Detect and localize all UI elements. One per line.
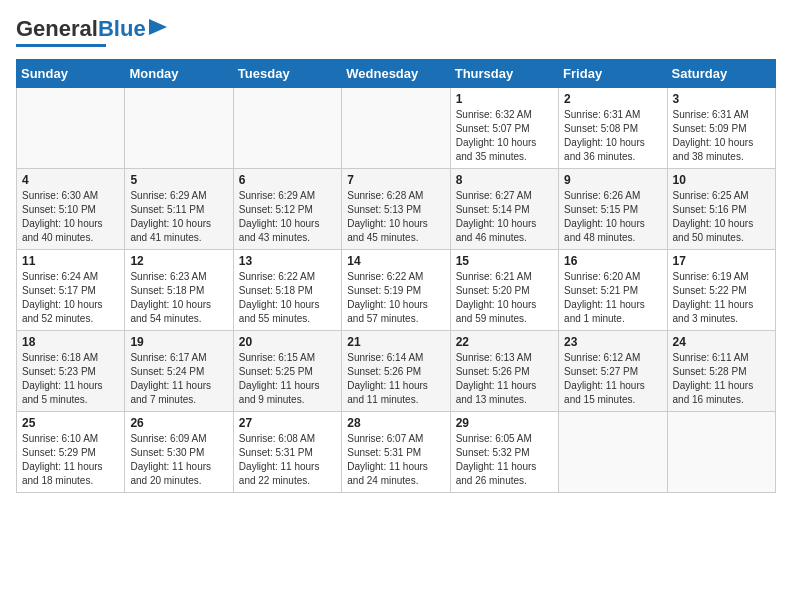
calendar-day-cell: 29Sunrise: 6:05 AM Sunset: 5:32 PM Dayli… bbox=[450, 412, 558, 493]
calendar-week-row: 4Sunrise: 6:30 AM Sunset: 5:10 PM Daylig… bbox=[17, 169, 776, 250]
calendar-day-cell: 21Sunrise: 6:14 AM Sunset: 5:26 PM Dayli… bbox=[342, 331, 450, 412]
day-number: 13 bbox=[239, 254, 336, 268]
calendar-day-cell: 8Sunrise: 6:27 AM Sunset: 5:14 PM Daylig… bbox=[450, 169, 558, 250]
day-info: Sunrise: 6:11 AM Sunset: 5:28 PM Dayligh… bbox=[673, 351, 770, 407]
day-number: 12 bbox=[130, 254, 227, 268]
day-info: Sunrise: 6:09 AM Sunset: 5:30 PM Dayligh… bbox=[130, 432, 227, 488]
day-number: 15 bbox=[456, 254, 553, 268]
calendar-day-cell: 2Sunrise: 6:31 AM Sunset: 5:08 PM Daylig… bbox=[559, 88, 667, 169]
calendar-day-cell: 16Sunrise: 6:20 AM Sunset: 5:21 PM Dayli… bbox=[559, 250, 667, 331]
day-number: 21 bbox=[347, 335, 444, 349]
day-number: 2 bbox=[564, 92, 661, 106]
day-number: 25 bbox=[22, 416, 119, 430]
calendar-day-cell: 11Sunrise: 6:24 AM Sunset: 5:17 PM Dayli… bbox=[17, 250, 125, 331]
day-number: 3 bbox=[673, 92, 770, 106]
day-info: Sunrise: 6:23 AM Sunset: 5:18 PM Dayligh… bbox=[130, 270, 227, 326]
day-number: 27 bbox=[239, 416, 336, 430]
day-number: 10 bbox=[673, 173, 770, 187]
day-info: Sunrise: 6:27 AM Sunset: 5:14 PM Dayligh… bbox=[456, 189, 553, 245]
logo-underline bbox=[16, 44, 106, 47]
day-number: 4 bbox=[22, 173, 119, 187]
logo: GeneralBlue bbox=[16, 16, 167, 47]
calendar-day-cell bbox=[17, 88, 125, 169]
day-info: Sunrise: 6:31 AM Sunset: 5:09 PM Dayligh… bbox=[673, 108, 770, 164]
calendar-day-cell: 6Sunrise: 6:29 AM Sunset: 5:12 PM Daylig… bbox=[233, 169, 341, 250]
day-number: 1 bbox=[456, 92, 553, 106]
calendar-header-cell: Tuesday bbox=[233, 60, 341, 88]
day-info: Sunrise: 6:30 AM Sunset: 5:10 PM Dayligh… bbox=[22, 189, 119, 245]
day-info: Sunrise: 6:19 AM Sunset: 5:22 PM Dayligh… bbox=[673, 270, 770, 326]
svg-marker-0 bbox=[149, 19, 167, 35]
calendar-day-cell bbox=[233, 88, 341, 169]
calendar-day-cell bbox=[125, 88, 233, 169]
calendar-day-cell bbox=[559, 412, 667, 493]
calendar-week-row: 1Sunrise: 6:32 AM Sunset: 5:07 PM Daylig… bbox=[17, 88, 776, 169]
day-info: Sunrise: 6:25 AM Sunset: 5:16 PM Dayligh… bbox=[673, 189, 770, 245]
calendar-day-cell: 19Sunrise: 6:17 AM Sunset: 5:24 PM Dayli… bbox=[125, 331, 233, 412]
calendar-day-cell: 17Sunrise: 6:19 AM Sunset: 5:22 PM Dayli… bbox=[667, 250, 775, 331]
day-number: 24 bbox=[673, 335, 770, 349]
calendar-day-cell: 15Sunrise: 6:21 AM Sunset: 5:20 PM Dayli… bbox=[450, 250, 558, 331]
day-number: 22 bbox=[456, 335, 553, 349]
calendar-day-cell: 1Sunrise: 6:32 AM Sunset: 5:07 PM Daylig… bbox=[450, 88, 558, 169]
calendar-day-cell bbox=[342, 88, 450, 169]
day-number: 16 bbox=[564, 254, 661, 268]
day-info: Sunrise: 6:13 AM Sunset: 5:26 PM Dayligh… bbox=[456, 351, 553, 407]
calendar-week-row: 11Sunrise: 6:24 AM Sunset: 5:17 PM Dayli… bbox=[17, 250, 776, 331]
day-info: Sunrise: 6:17 AM Sunset: 5:24 PM Dayligh… bbox=[130, 351, 227, 407]
day-number: 26 bbox=[130, 416, 227, 430]
day-info: Sunrise: 6:12 AM Sunset: 5:27 PM Dayligh… bbox=[564, 351, 661, 407]
calendar-table: SundayMondayTuesdayWednesdayThursdayFrid… bbox=[16, 59, 776, 493]
day-info: Sunrise: 6:29 AM Sunset: 5:11 PM Dayligh… bbox=[130, 189, 227, 245]
day-info: Sunrise: 6:14 AM Sunset: 5:26 PM Dayligh… bbox=[347, 351, 444, 407]
day-number: 29 bbox=[456, 416, 553, 430]
calendar-day-cell: 3Sunrise: 6:31 AM Sunset: 5:09 PM Daylig… bbox=[667, 88, 775, 169]
day-number: 5 bbox=[130, 173, 227, 187]
day-number: 23 bbox=[564, 335, 661, 349]
calendar-day-cell: 14Sunrise: 6:22 AM Sunset: 5:19 PM Dayli… bbox=[342, 250, 450, 331]
day-number: 17 bbox=[673, 254, 770, 268]
page-header: GeneralBlue bbox=[16, 16, 776, 47]
day-number: 19 bbox=[130, 335, 227, 349]
day-number: 11 bbox=[22, 254, 119, 268]
calendar-day-cell: 7Sunrise: 6:28 AM Sunset: 5:13 PM Daylig… bbox=[342, 169, 450, 250]
day-info: Sunrise: 6:21 AM Sunset: 5:20 PM Dayligh… bbox=[456, 270, 553, 326]
day-info: Sunrise: 6:05 AM Sunset: 5:32 PM Dayligh… bbox=[456, 432, 553, 488]
calendar-header-cell: Sunday bbox=[17, 60, 125, 88]
day-info: Sunrise: 6:22 AM Sunset: 5:19 PM Dayligh… bbox=[347, 270, 444, 326]
calendar-day-cell: 20Sunrise: 6:15 AM Sunset: 5:25 PM Dayli… bbox=[233, 331, 341, 412]
calendar-day-cell: 28Sunrise: 6:07 AM Sunset: 5:31 PM Dayli… bbox=[342, 412, 450, 493]
calendar-header-cell: Thursday bbox=[450, 60, 558, 88]
calendar-body: 1Sunrise: 6:32 AM Sunset: 5:07 PM Daylig… bbox=[17, 88, 776, 493]
day-info: Sunrise: 6:31 AM Sunset: 5:08 PM Dayligh… bbox=[564, 108, 661, 164]
calendar-day-cell: 26Sunrise: 6:09 AM Sunset: 5:30 PM Dayli… bbox=[125, 412, 233, 493]
calendar-day-cell: 13Sunrise: 6:22 AM Sunset: 5:18 PM Dayli… bbox=[233, 250, 341, 331]
day-number: 20 bbox=[239, 335, 336, 349]
calendar-week-row: 25Sunrise: 6:10 AM Sunset: 5:29 PM Dayli… bbox=[17, 412, 776, 493]
calendar-header-cell: Friday bbox=[559, 60, 667, 88]
calendar-day-cell bbox=[667, 412, 775, 493]
logo-text: GeneralBlue bbox=[16, 16, 146, 42]
calendar-day-cell: 24Sunrise: 6:11 AM Sunset: 5:28 PM Dayli… bbox=[667, 331, 775, 412]
calendar-header-cell: Monday bbox=[125, 60, 233, 88]
day-info: Sunrise: 6:22 AM Sunset: 5:18 PM Dayligh… bbox=[239, 270, 336, 326]
calendar-header-row: SundayMondayTuesdayWednesdayThursdayFrid… bbox=[17, 60, 776, 88]
calendar-day-cell: 27Sunrise: 6:08 AM Sunset: 5:31 PM Dayli… bbox=[233, 412, 341, 493]
calendar-day-cell: 12Sunrise: 6:23 AM Sunset: 5:18 PM Dayli… bbox=[125, 250, 233, 331]
calendar-week-row: 18Sunrise: 6:18 AM Sunset: 5:23 PM Dayli… bbox=[17, 331, 776, 412]
day-info: Sunrise: 6:10 AM Sunset: 5:29 PM Dayligh… bbox=[22, 432, 119, 488]
day-info: Sunrise: 6:28 AM Sunset: 5:13 PM Dayligh… bbox=[347, 189, 444, 245]
day-info: Sunrise: 6:29 AM Sunset: 5:12 PM Dayligh… bbox=[239, 189, 336, 245]
logo-arrow-icon bbox=[149, 19, 167, 35]
day-number: 7 bbox=[347, 173, 444, 187]
calendar-day-cell: 5Sunrise: 6:29 AM Sunset: 5:11 PM Daylig… bbox=[125, 169, 233, 250]
calendar-header-cell: Saturday bbox=[667, 60, 775, 88]
day-info: Sunrise: 6:32 AM Sunset: 5:07 PM Dayligh… bbox=[456, 108, 553, 164]
day-info: Sunrise: 6:20 AM Sunset: 5:21 PM Dayligh… bbox=[564, 270, 661, 326]
day-number: 9 bbox=[564, 173, 661, 187]
day-info: Sunrise: 6:15 AM Sunset: 5:25 PM Dayligh… bbox=[239, 351, 336, 407]
calendar-day-cell: 22Sunrise: 6:13 AM Sunset: 5:26 PM Dayli… bbox=[450, 331, 558, 412]
day-number: 28 bbox=[347, 416, 444, 430]
day-info: Sunrise: 6:26 AM Sunset: 5:15 PM Dayligh… bbox=[564, 189, 661, 245]
day-number: 18 bbox=[22, 335, 119, 349]
